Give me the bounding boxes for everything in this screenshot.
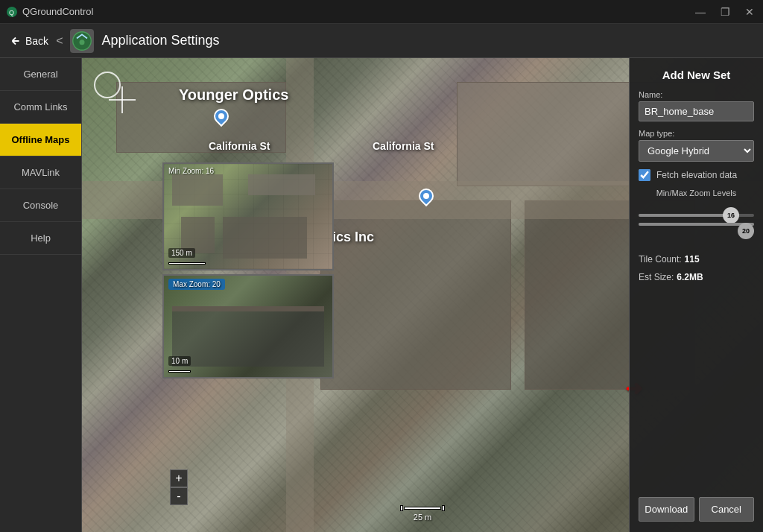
max-zoom-thumb[interactable]: 20	[738, 223, 754, 239]
zoom-in-button[interactable]: +	[170, 469, 188, 487]
sidebar-item-offline-maps[interactable]: Offline Maps	[0, 124, 81, 156]
svg-point-3	[80, 39, 85, 45]
map-pin-blue-robotics	[417, 189, 435, 212]
app-icon: Q	[6, 6, 18, 18]
panel-title: Add New Set	[639, 69, 754, 81]
inset-map-max-label: Max Zoom: 20	[168, 279, 225, 290]
inset-map-max-zoom: Max Zoom: 20 10 m	[162, 274, 334, 379]
minimize-button[interactable]: —	[692, 4, 709, 19]
tile-count-label: Tile Count:	[639, 254, 682, 265]
app-name: QGroundControl	[22, 6, 93, 17]
est-size-row: Est Size: 6.2MB	[639, 272, 754, 282]
min-zoom-thumb[interactable]: 16	[723, 207, 739, 224]
est-size-value: 6.2MB	[677, 272, 703, 282]
app-title: Application Settings	[101, 33, 219, 48]
sidebar-item-console[interactable]: Console	[0, 189, 81, 222]
main-layout: General Comm Links Offline Maps MAVLink …	[0, 58, 763, 532]
fetch-elevation-checkbox[interactable]	[639, 169, 650, 181]
sidebar-item-help[interactable]: Help	[0, 222, 81, 255]
est-size-label: Est Size:	[639, 272, 674, 282]
zoom-levels-section: Min/Max Zoom Levels 16 20	[639, 189, 754, 247]
download-button[interactable]: Download	[639, 497, 694, 522]
fetch-elevation-label: Fetch elevation data	[656, 170, 737, 180]
titlebar-controls: — ❐ ✕	[692, 4, 757, 19]
back-label: Back	[25, 35, 48, 47]
name-section: Name:	[639, 90, 754, 121]
zoom-section-label: Min/Max Zoom Levels	[639, 189, 754, 197]
zoom-out-button[interactable]: -	[170, 487, 188, 505]
back-button[interactable]: Back	[9, 34, 48, 48]
zoom-slider[interactable]: 16 20	[639, 200, 754, 247]
map-type-label: Map type:	[639, 129, 754, 138]
scale-bar: 25 m	[400, 505, 445, 522]
sidebar-item-mavlink[interactable]: MAVLink	[0, 156, 81, 189]
tile-count-value: 115	[685, 254, 700, 265]
add-new-set-panel: Add New Set Name: Map type: Google Hybri…	[629, 58, 763, 532]
zoom-track-filled	[639, 214, 731, 217]
titlebar: Q QGroundControl — ❐ ✕	[0, 0, 763, 24]
maximize-button[interactable]: ❐	[718, 4, 733, 19]
max-zoom-row: 20	[639, 223, 754, 244]
header-separator: <	[56, 34, 63, 48]
map-area[interactable]: Younger Optics California St California …	[82, 58, 763, 532]
map-type-section: Map type: Google Hybrid Google Map Googl…	[639, 129, 754, 162]
panel-action-buttons: Download Cancel	[639, 497, 754, 522]
close-button[interactable]: ✕	[742, 4, 757, 19]
inset-map-scale-10: 10 m	[168, 356, 191, 366]
fetch-elevation-section: Fetch elevation data	[639, 169, 754, 181]
tile-count-row: Tile Count: 115	[639, 254, 754, 265]
app-logo	[70, 29, 94, 53]
map-type-select[interactable]: Google Hybrid Google Map Google Satellit…	[639, 140, 754, 162]
scale-label-25m: 25 m	[400, 513, 445, 522]
header: Back < Application Settings	[0, 24, 763, 58]
inset-map-min-zoom: Min Zoom: 16 150 m	[162, 162, 334, 270]
max-zoom-track	[639, 223, 754, 226]
zoom-track: 16	[639, 214, 754, 217]
svg-text:Q: Q	[9, 9, 14, 16]
cancel-button[interactable]: Cancel	[699, 497, 755, 522]
sidebar-item-general[interactable]: General	[0, 58, 81, 91]
logo-icon	[72, 31, 92, 51]
back-arrow-icon	[9, 34, 22, 48]
inset-map-scale-150: 150 m	[168, 248, 195, 258]
titlebar-left: Q QGroundControl	[6, 6, 93, 18]
sidebar-item-comm-links[interactable]: Comm Links	[0, 91, 81, 124]
name-label: Name:	[639, 90, 754, 99]
name-input[interactable]	[639, 101, 754, 121]
map-pin-younger	[212, 109, 230, 133]
max-zoom-track-filled	[639, 223, 754, 226]
sidebar: General Comm Links Offline Maps MAVLink …	[0, 58, 82, 532]
